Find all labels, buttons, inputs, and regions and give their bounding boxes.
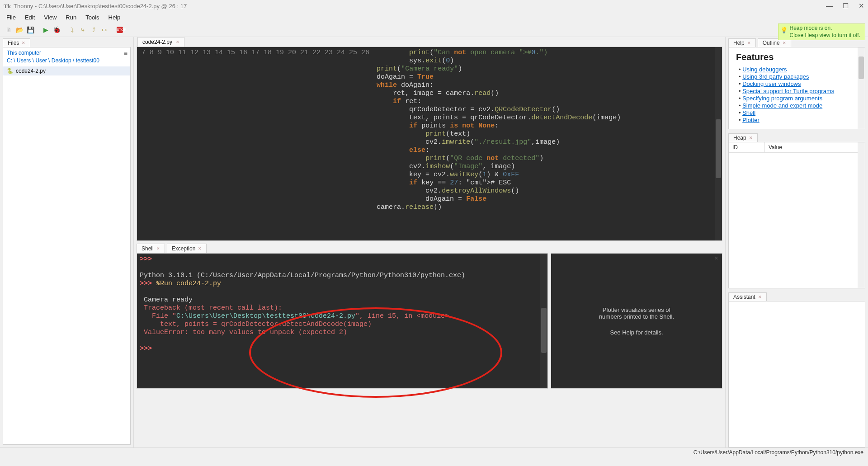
plotter-text: numbers printed to the Shell. [599,313,674,320]
status-interpreter-path: C:/Users/User/AppData/Local/Programs/Pyt… [693,449,863,456]
help-link[interactable]: Plotter [742,117,760,123]
editor-scrollbar[interactable] [715,47,722,240]
exception-tab[interactable]: Exception✕ [167,244,207,253]
heap-scrollbar[interactable] [858,142,865,288]
save-file-button[interactable]: 💾 [25,25,35,35]
shell-panel[interactable]: >>> Python 3.10.1 (C:/Users/User/AppData… [137,253,548,389]
shell-scrollbar[interactable] [540,254,547,388]
help-link[interactable]: Special support for Turtle programs [742,88,834,94]
files-menu-icon[interactable]: ≡ [124,49,127,58]
menu-help[interactable]: Help [104,13,125,22]
app-icon: Tk [4,3,10,9]
files-list-item[interactable]: 🐍 code24-2.py [3,66,130,75]
plotter-text: Plotter visualizes series of [603,306,670,313]
files-root-link[interactable]: This computer [7,50,41,56]
window-titlebar: Tk Thonny - C:\Users\User\Desktop\testte… [0,0,868,12]
help-link[interactable]: Shell [742,109,755,116]
debug-button[interactable]: 🐞 [52,25,61,35]
assistant-tab[interactable]: Assistant✕ [728,292,767,301]
statusbar: C:/Users/User/AppData/Local/Programs/Pyt… [0,447,868,457]
files-path-crumbs[interactable]: C: \ Users \ User \ Desktop \ testtest00 [7,57,99,65]
editor-gutter: 7 8 9 10 11 12 13 14 15 16 17 18 19 20 2… [137,47,374,240]
heap-panel: ID Value [728,142,865,288]
files-panel-tab[interactable]: Files✕ [3,38,30,47]
menu-edit[interactable]: Edit [20,13,39,22]
menu-file[interactable]: File [2,13,20,22]
heap-tab[interactable]: Heap✕ [728,133,758,142]
step-into-button[interactable]: ⤷ [78,25,88,35]
toolbar: 🗎 📂 💾 ▶ 🐞 ⤵ ⤷ ⤴ ↦ STOP Heap mode is on. … [0,23,868,37]
plotter-text: See Help for details. [610,329,663,336]
close-icon[interactable]: ✕ [747,41,751,45]
window-close-icon[interactable]: ✕ [859,2,864,10]
shell-tab[interactable]: Shell✕ [137,244,165,253]
plotter-panel: ✕ Plotter visualizes series of numbers p… [551,253,722,389]
step-over-button[interactable]: ⤵ [67,25,77,35]
run-button[interactable]: ▶ [41,25,51,35]
close-icon[interactable]: ✕ [758,295,762,299]
assistant-panel [728,301,865,447]
resume-button[interactable]: ↦ [99,25,109,35]
close-icon[interactable]: ✕ [156,246,160,251]
window-minimize-icon[interactable]: — [826,2,833,10]
help-heading: Features [736,52,858,62]
close-icon[interactable]: ✕ [783,41,786,45]
heap-col-id: ID [729,142,765,152]
stop-button[interactable]: STOP [115,25,125,35]
menubar: File Edit View Run Tools Help [0,12,868,23]
help-link[interactable]: Specifying program arguments [742,95,822,102]
help-scrollbar[interactable] [858,47,865,129]
menu-tools[interactable]: Tools [81,13,104,22]
window-maximize-icon[interactable]: ☐ [843,2,849,10]
help-tab[interactable]: Help✕ [728,38,756,47]
window-title: Thonny - C:\Users\User\Desktop\testtest0… [14,3,187,9]
close-icon[interactable]: ✕ [198,246,202,251]
close-icon[interactable]: ✕ [714,255,718,261]
help-link[interactable]: Docking user windows [742,80,801,87]
menu-run[interactable]: Run [61,13,81,22]
heap-col-value: Value [765,142,786,152]
menu-view[interactable]: View [39,13,61,22]
python-file-icon: 🐍 [7,68,13,74]
files-item-name: code24-2.py [16,68,46,74]
files-panel: This computer C: \ Users \ User \ Deskto… [3,47,131,445]
close-icon[interactable]: ✕ [749,136,753,140]
heap-mode-notice: Heap mode is on. Close Heap view to turn… [778,24,865,40]
close-icon[interactable]: ✕ [22,41,25,45]
help-panel: Features Using debuggersUsing 3rd party … [728,47,865,129]
open-file-button[interactable]: 📂 [14,25,24,35]
code-content: print("Can not open camera ">#0.") sys.e… [374,47,621,240]
help-link[interactable]: Using 3rd party packages [742,73,809,80]
code-editor[interactable]: 7 8 9 10 11 12 13 14 15 16 17 18 19 20 2… [137,47,722,241]
help-link[interactable]: Simple mode and expert mode [742,102,822,109]
new-file-button[interactable]: 🗎 [4,25,14,35]
help-link[interactable]: Using debuggers [742,66,787,73]
step-out-button[interactable]: ⤴ [89,25,99,35]
close-icon[interactable]: ✕ [176,40,179,44]
editor-tab[interactable]: code24-2.py✕ [137,37,184,47]
